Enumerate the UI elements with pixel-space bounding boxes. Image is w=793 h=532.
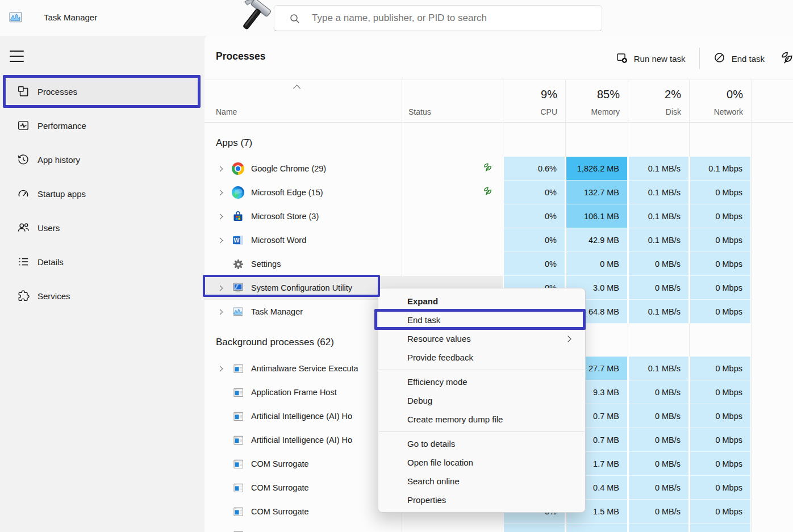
process-name-cell[interactable]: W Microsoft Word bbox=[204, 228, 402, 252]
menu-item-end-task[interactable]: End task bbox=[378, 311, 585, 329]
process-name-cell[interactable] bbox=[204, 523, 402, 532]
menu-divider bbox=[379, 370, 585, 370]
process-row[interactable]: Google Chrome (29) 0.6% 1,826.2 MB 0.1 M… bbox=[204, 157, 793, 181]
process-name-cell[interactable]: COM Surrogate bbox=[204, 476, 402, 500]
process-row[interactable]: Microsoft Store (3) 0% 106.1 MB 0.1 MB/s… bbox=[204, 204, 793, 228]
cpu-cell bbox=[503, 523, 565, 532]
sidebar-item-performance[interactable]: Performance bbox=[7, 112, 199, 139]
efficiency-mode-button[interactable] bbox=[774, 45, 793, 72]
exe-icon bbox=[232, 362, 244, 375]
menu-item-expand[interactable]: Expand bbox=[378, 292, 585, 311]
menu-item-label: Debug bbox=[407, 396, 432, 405]
column-header-cpu[interactable]: 9% CPU bbox=[503, 80, 565, 122]
column-header-disk[interactable]: 2% Disk bbox=[628, 80, 689, 122]
process-row[interactable]: Settings 0% 0 MB 0 MB/s 0 Mbps bbox=[204, 252, 793, 276]
process-name: Google Chrome (29) bbox=[251, 164, 326, 173]
msconfig-icon bbox=[232, 282, 244, 294]
exe-icon bbox=[232, 529, 244, 532]
efficiency-mode-leaf-icon bbox=[779, 50, 793, 68]
process-name-cell[interactable]: Application Frame Host bbox=[204, 380, 402, 404]
cpu-cell: 0.6% bbox=[503, 157, 565, 181]
process-name-cell[interactable]: Task Manager bbox=[204, 300, 402, 324]
sidebar-item-app-history[interactable]: App history bbox=[7, 146, 199, 173]
disk-cell: 0 MB/s bbox=[628, 276, 689, 300]
process-name-cell[interactable]: COM Surrogate bbox=[204, 500, 402, 523]
column-header-status[interactable]: Status bbox=[402, 80, 503, 122]
expand-chevron-icon[interactable] bbox=[218, 366, 223, 371]
process-name-cell[interactable]: System Configuration Utility bbox=[204, 276, 402, 300]
memory-cell: 42.9 MB bbox=[565, 228, 628, 252]
memory-cell: 132.7 MB bbox=[565, 181, 628, 204]
network-cell: 0 Mbps bbox=[689, 500, 751, 523]
process-row[interactable] bbox=[204, 523, 793, 532]
expand-chevron-icon[interactable] bbox=[218, 285, 223, 291]
hamburger-menu-button[interactable] bbox=[9, 49, 26, 65]
expand-chevron-icon[interactable] bbox=[218, 309, 223, 315]
process-name-cell[interactable]: Artificial Intelligence (AI) Ho bbox=[204, 428, 402, 452]
process-name: Task Manager bbox=[251, 307, 303, 316]
expand-chevron-icon[interactable] bbox=[218, 213, 223, 219]
process-name-cell[interactable]: Settings bbox=[204, 252, 402, 276]
word-icon: W bbox=[232, 234, 244, 246]
menu-item-resource-values[interactable]: Resource values bbox=[378, 329, 585, 348]
sidebar-item-users[interactable]: Users bbox=[7, 215, 199, 241]
menu-item-search-online[interactable]: Search online bbox=[378, 472, 585, 491]
run-new-task-label: Run new task bbox=[634, 54, 686, 64]
menu-item-debug[interactable]: Debug bbox=[378, 391, 585, 410]
status-cell bbox=[402, 523, 503, 532]
network-cell: 0 Mbps bbox=[689, 300, 751, 324]
network-cell: 0 Mbps bbox=[689, 476, 751, 500]
process-name: Artificial Intelligence (AI) Ho bbox=[251, 412, 352, 421]
sidebar-item-startup-apps[interactable]: Startup apps bbox=[7, 181, 199, 207]
cpu-cell: 0% bbox=[503, 204, 565, 228]
group-header[interactable]: Apps (7) bbox=[204, 123, 793, 157]
process-name-cell[interactable]: COM Surrogate bbox=[204, 452, 402, 476]
sidebar-item-label: Details bbox=[37, 257, 64, 267]
run-new-task-button[interactable]: Run new task bbox=[610, 47, 691, 70]
taskmgr-icon bbox=[232, 305, 244, 318]
cpu-total: 9% bbox=[541, 88, 557, 101]
process-name-cell[interactable]: Microsoft Edge (15) bbox=[204, 181, 402, 204]
svg-text:W: W bbox=[234, 237, 240, 244]
process-name: COM Surrogate bbox=[251, 507, 309, 516]
menu-item-properties[interactable]: Properties bbox=[378, 491, 585, 509]
process-name-cell[interactable]: Microsoft Store (3) bbox=[204, 204, 402, 228]
process-row[interactable]: Microsoft Edge (15) 0% 132.7 MB 0.1 MB/s… bbox=[204, 181, 793, 204]
expand-chevron-icon[interactable] bbox=[218, 190, 223, 195]
process-name-cell[interactable]: Artificial Intelligence (AI) Ho bbox=[204, 404, 402, 428]
sidebar-nav: Processes Performance App history Startu… bbox=[7, 78, 199, 317]
process-name: Settings bbox=[251, 259, 281, 269]
search-box[interactable] bbox=[274, 5, 602, 31]
toolbar-divider bbox=[699, 48, 700, 69]
search-input[interactable] bbox=[312, 6, 590, 31]
process-name-cell[interactable]: Antimalware Service Executa bbox=[204, 357, 402, 380]
app-title: Task Manager bbox=[44, 12, 97, 22]
submenu-chevron-icon bbox=[565, 336, 571, 342]
process-name-cell[interactable]: Google Chrome (29) bbox=[204, 157, 402, 181]
menu-item-open-file-location[interactable]: Open file location bbox=[378, 453, 585, 472]
column-header-name[interactable]: Name bbox=[204, 80, 402, 122]
menu-item-go-to-details[interactable]: Go to details bbox=[378, 434, 585, 453]
process-name: System Configuration Utility bbox=[251, 283, 352, 292]
menu-item-efficiency-mode[interactable]: Efficiency mode bbox=[378, 372, 585, 391]
process-name: COM Surrogate bbox=[251, 459, 309, 468]
menu-item-provide-feedback[interactable]: Provide feedback bbox=[378, 348, 585, 367]
partially-visible-process-row bbox=[204, 523, 793, 532]
expand-chevron-icon[interactable] bbox=[218, 237, 223, 243]
disk-cell: 0 MB/s bbox=[628, 500, 689, 523]
disk-cell: 0 MB/s bbox=[628, 252, 689, 276]
efficiency-status-leaf-icon bbox=[482, 162, 494, 175]
column-header-network[interactable]: 0% Network bbox=[689, 80, 751, 122]
sidebar-item-processes[interactable]: Processes bbox=[7, 78, 199, 104]
sidebar-item-services[interactable]: Services bbox=[7, 283, 199, 309]
process-row[interactable]: W Microsoft Word 0% 42.9 MB 0.1 MB/s 0 M… bbox=[204, 228, 793, 252]
status-cell bbox=[402, 252, 503, 276]
menu-item-create-memory-dump-file[interactable]: Create memory dump file bbox=[378, 410, 585, 429]
column-header-memory[interactable]: 85% Memory bbox=[565, 80, 628, 122]
end-task-button[interactable]: End task bbox=[708, 47, 770, 70]
sidebar-item-details[interactable]: Details bbox=[7, 249, 199, 275]
sidebar-item-label: Users bbox=[37, 223, 60, 233]
apphistory-icon bbox=[17, 153, 30, 166]
expand-chevron-icon[interactable] bbox=[218, 166, 223, 171]
run-new-task-icon bbox=[616, 52, 628, 65]
